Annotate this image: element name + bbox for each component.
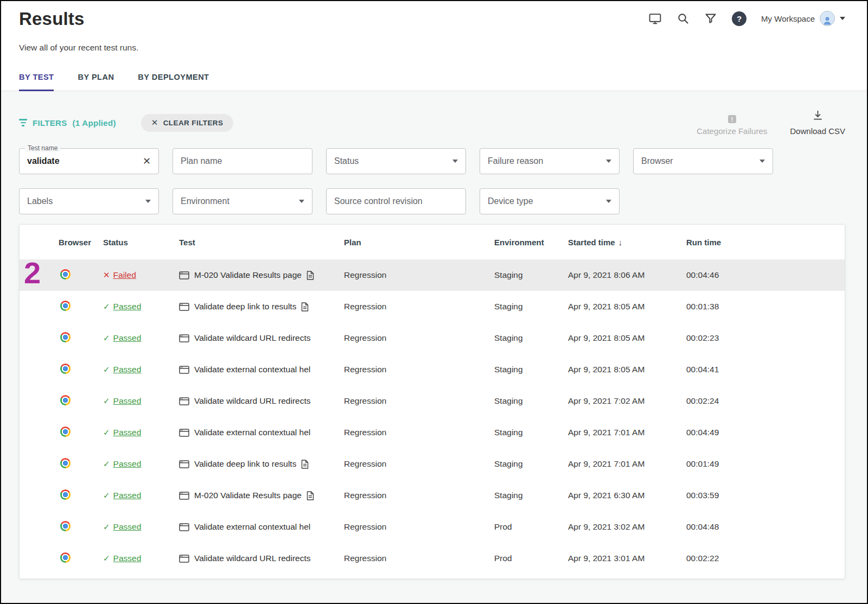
table-row[interactable]: ✓ Passed Validate wildcard URL redirects…	[20, 385, 845, 417]
status-icon: ✓	[103, 522, 110, 532]
run-time-cell: 00:01:49	[686, 459, 845, 469]
tab-by-deployment[interactable]: BY DEPLOYMENT	[138, 68, 209, 91]
table-actions: ! Categorize Failures Download CSV	[697, 110, 845, 136]
plan-name-input[interactable]	[181, 156, 304, 166]
plan-cell: Regression	[344, 491, 494, 500]
column-header-started-time[interactable]: Started time ↓	[568, 238, 686, 247]
page-subtitle: View all of your recent test runs.	[19, 43, 867, 53]
device-monitor-icon[interactable]	[648, 12, 662, 26]
run-time-cell: 00:04:46	[686, 270, 845, 280]
filter-funnel-icon[interactable]	[704, 12, 717, 25]
status-link[interactable]: ✓ Passed	[103, 365, 141, 374]
column-header-status[interactable]: Status	[103, 238, 179, 247]
browser-window-icon	[179, 397, 189, 405]
avatar	[820, 11, 835, 26]
started-time-cell: Apr 9, 2021 8:05 AM	[568, 365, 686, 374]
table-row[interactable]: ✓ Passed Validate external contextual he…	[20, 511, 845, 543]
tab-bar: BY TEST BY PLAN BY DEPLOYMENT	[1, 68, 867, 91]
status-link[interactable]: ✕ Failed	[103, 270, 136, 280]
column-header-environment[interactable]: Environment	[494, 238, 568, 247]
status-icon: ✕	[103, 270, 110, 280]
table-row[interactable]: ✓ Passed Validate deep link to results R…	[20, 291, 845, 322]
column-header-test[interactable]: Test	[179, 238, 344, 247]
chrome-browser-icon	[60, 458, 71, 468]
table-row[interactable]: ✓ Passed Validate external contextual he…	[20, 417, 845, 448]
table-row[interactable]: ✓ Passed Validate external contextual he…	[20, 354, 845, 385]
environment-cell: Staging	[494, 428, 568, 437]
chevron-down-icon	[606, 200, 611, 203]
source-control-input[interactable]	[334, 196, 458, 206]
plan-cell: Regression	[344, 459, 494, 469]
document-icon[interactable]	[301, 302, 309, 311]
chevron-down-icon	[840, 17, 845, 20]
status-link[interactable]: ✓ Passed	[103, 396, 141, 406]
chrome-browser-icon	[60, 427, 71, 437]
clear-filters-button[interactable]: ✕ CLEAR FILTERS	[141, 114, 234, 132]
document-icon[interactable]	[307, 271, 314, 280]
status-link[interactable]: ✓ Passed	[103, 333, 141, 343]
column-header-browser[interactable]: Browser	[59, 238, 103, 247]
environment-cell: Prod	[494, 522, 568, 532]
labels-select-label: Labels	[27, 196, 53, 206]
environment-cell: Staging	[494, 302, 568, 311]
help-icon[interactable]: ?	[732, 11, 746, 26]
table-body: ✕ Failed M-020 Validate Results page Reg…	[20, 259, 845, 574]
status-link[interactable]: ✓ Passed	[103, 522, 141, 532]
labels-select[interactable]: Labels	[19, 188, 159, 214]
failure-reason-label: Failure reason	[488, 156, 543, 166]
table-row[interactable]: ✕ Failed M-020 Validate Results page Reg…	[20, 259, 845, 291]
plan-cell: Regression	[344, 365, 494, 374]
document-icon[interactable]	[301, 460, 309, 469]
table-row[interactable]: ✓ Passed Validate deep link to results R…	[20, 448, 845, 480]
environment-select[interactable]: Environment	[173, 188, 312, 214]
test-name-cell: M-020 Validate Results page	[179, 491, 344, 500]
status-link[interactable]: ✓ Passed	[103, 459, 141, 469]
close-icon: ✕	[151, 118, 158, 128]
filters-toggle[interactable]: FILTERS (1 Applied)	[19, 118, 116, 128]
chevron-down-icon	[299, 200, 304, 203]
workspace-menu[interactable]: My Workspace	[761, 11, 845, 26]
test-name-input[interactable]	[27, 156, 138, 166]
chrome-browser-icon	[60, 552, 71, 563]
status-icon: ✓	[103, 491, 110, 500]
categorize-failures-button[interactable]: ! Categorize Failures	[697, 115, 767, 136]
environment-cell: Staging	[494, 365, 568, 374]
clear-test-name-button[interactable]: ✕	[138, 156, 151, 166]
tab-by-test[interactable]: BY TEST	[19, 68, 54, 91]
test-name-cell: Validate external contextual hel	[179, 428, 344, 437]
plan-cell: Regression	[344, 428, 494, 437]
table-row[interactable]: ✓ Passed M-020 Validate Results page Reg…	[20, 480, 845, 511]
browser-window-icon	[179, 303, 189, 311]
chrome-browser-icon	[60, 364, 71, 374]
status-link[interactable]: ✓ Passed	[103, 491, 141, 500]
started-time-cell: Apr 9, 2021 8:05 AM	[568, 333, 686, 343]
status-link[interactable]: ✓ Passed	[103, 302, 141, 311]
plan-name-field	[173, 148, 312, 174]
status-icon: ✓	[103, 428, 110, 437]
clear-filters-label: CLEAR FILTERS	[163, 119, 224, 127]
test-name-cell: Validate deep link to results	[179, 459, 344, 469]
device-type-select[interactable]: Device type	[480, 188, 620, 214]
status-link[interactable]: ✓ Passed	[103, 428, 141, 437]
table-header-row: Browser Status Test Plan Environment Sta…	[20, 225, 845, 259]
column-header-plan[interactable]: Plan	[344, 238, 494, 247]
column-header-run-time[interactable]: Run time	[686, 238, 845, 247]
download-csv-button[interactable]: Download CSV	[790, 110, 845, 136]
started-time-cell: Apr 9, 2021 3:01 AM	[568, 554, 686, 563]
failure-reason-select[interactable]: Failure reason	[480, 148, 620, 174]
status-icon: ✓	[103, 459, 110, 469]
tab-by-plan[interactable]: BY PLAN	[78, 68, 114, 91]
browser-select[interactable]: Browser	[633, 148, 773, 174]
test-name-cell: Validate wildcard URL redirects	[179, 554, 344, 563]
test-name-cell: Validate wildcard URL redirects	[179, 396, 344, 406]
filters-label: FILTERS	[33, 118, 67, 128]
test-name-cell: Validate deep link to results	[179, 302, 344, 311]
environment-cell: Staging	[494, 333, 568, 343]
search-icon[interactable]	[676, 12, 690, 25]
run-time-cell: 00:04:49	[686, 428, 845, 437]
status-link[interactable]: ✓ Passed	[103, 554, 141, 563]
document-icon[interactable]	[307, 491, 314, 500]
status-select[interactable]: Status	[326, 148, 466, 174]
table-row[interactable]: ✓ Passed Validate wildcard URL redirects…	[20, 322, 845, 354]
table-row[interactable]: ✓ Passed Validate wildcard URL redirects…	[20, 543, 845, 574]
